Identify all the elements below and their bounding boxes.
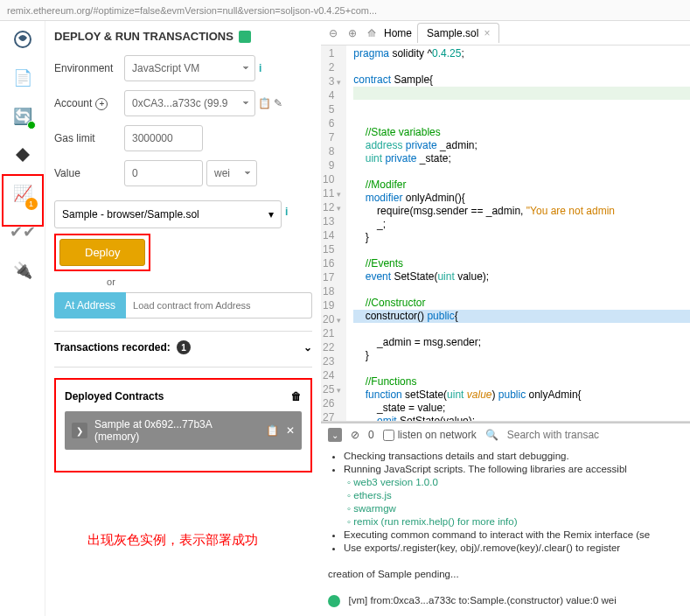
trash-icon[interactable]: 🗑 (291, 390, 302, 402)
contract-instance[interactable]: ❯ Sample at 0x692...77b3A (memory) 📋 ✕ (65, 411, 302, 450)
icon-sidebar: 📄 🔄 📈1 ✔✔ 🔌 (0, 21, 45, 616)
or-label: or (54, 276, 168, 287)
environment-label: Environment (54, 62, 124, 74)
deployed-title: Deployed Contracts (65, 390, 164, 402)
gaslimit-input[interactable] (124, 125, 203, 151)
zoom-in-icon[interactable]: ⊕ (345, 27, 359, 39)
highlight-deploy-button: Deploy (54, 234, 150, 271)
at-address-input[interactable] (126, 292, 312, 318)
tab-sample[interactable]: Sample.sol× (417, 23, 499, 43)
contract-info-icon[interactable]: i (285, 206, 288, 218)
listen-checkbox[interactable] (383, 430, 394, 441)
terminal-toggle-icon[interactable]: ⌄ (328, 428, 342, 442)
contract-select[interactable]: Sample - browser/Sample.sol▾ (54, 200, 282, 228)
panel-title: DEPLOY & RUN TRANSACTIONS (54, 30, 312, 43)
zoom-out-icon[interactable]: ⊖ (326, 27, 340, 39)
edit-account-icon[interactable]: ✎ (274, 97, 282, 109)
editor-toolbar: ⊖ ⊕ ⟰ Home Sample.sol× (321, 21, 690, 46)
deploy-panel: DEPLOY & RUN TRANSACTIONS Environment Ja… (45, 21, 321, 616)
account-select[interactable]: 0xCA3...a733c (99.9 (124, 90, 255, 116)
copy-account-icon[interactable]: 📋 (258, 97, 271, 109)
highlight-deployed-contracts: Deployed Contracts 🗑 ❯ Sample at 0x692..… (54, 378, 312, 472)
code-editor[interactable]: 1 2 3▾4 5 6 7 8 9 10 11▾12▾13 14 15 16 1… (321, 46, 690, 422)
at-address-button[interactable]: At Address (54, 292, 126, 318)
panel-badge-icon (239, 31, 251, 43)
expand-instance-icon[interactable]: ❯ (72, 423, 87, 438)
value-label: Value (54, 167, 124, 179)
home-label[interactable]: Home (384, 27, 412, 39)
chevron-down-icon: ⌄ (303, 341, 312, 354)
terminal-toolbar: ⌄ ⊘ 0 listen on network 🔍 (321, 422, 690, 446)
compiler-icon[interactable]: 🔄 (11, 105, 34, 128)
transactions-recorded[interactable]: Transactions recorded: 1 ⌄ (54, 340, 312, 354)
value-input[interactable] (124, 160, 203, 186)
search-icon[interactable]: 🔍 (485, 429, 498, 441)
close-instance-icon[interactable]: ✕ (286, 424, 295, 437)
file-explorer-icon[interactable]: 📄 (11, 66, 34, 89)
env-info-icon[interactable]: i (259, 62, 261, 74)
close-tab-icon[interactable]: × (484, 27, 490, 39)
copy-instance-icon[interactable]: 📋 (266, 424, 279, 437)
deploy-run-icon[interactable] (11, 144, 34, 166)
deploy-button[interactable]: Deploy (59, 239, 145, 266)
instance-label: Sample at 0x692...77b3A (memory) (94, 418, 259, 443)
environment-select[interactable]: JavaScript VM (124, 55, 255, 81)
terminal-search-input[interactable] (507, 429, 683, 441)
terminal-output: Checking transactions details and start … (321, 446, 690, 616)
highlight-deploy-icon (2, 174, 44, 227)
account-label: Account+ (54, 97, 124, 110)
gaslimit-label: Gas limit (54, 132, 124, 144)
pending-count: 0 (368, 429, 374, 441)
add-account-icon[interactable]: + (95, 98, 108, 110)
url-bar: remix.ethereum.org/#optimize=false&evmVe… (0, 0, 690, 21)
dropdown-icon: ▾ (268, 208, 274, 220)
home-icon[interactable]: ⟰ (365, 27, 379, 39)
annotation-text: 出现灰色实例，表示部署成功 (87, 532, 258, 549)
value-unit-select[interactable]: wei (206, 160, 257, 186)
remix-logo-icon (11, 28, 34, 51)
plugin-icon[interactable]: 🔌 (11, 259, 34, 282)
ban-icon[interactable]: ⊘ (351, 429, 359, 441)
